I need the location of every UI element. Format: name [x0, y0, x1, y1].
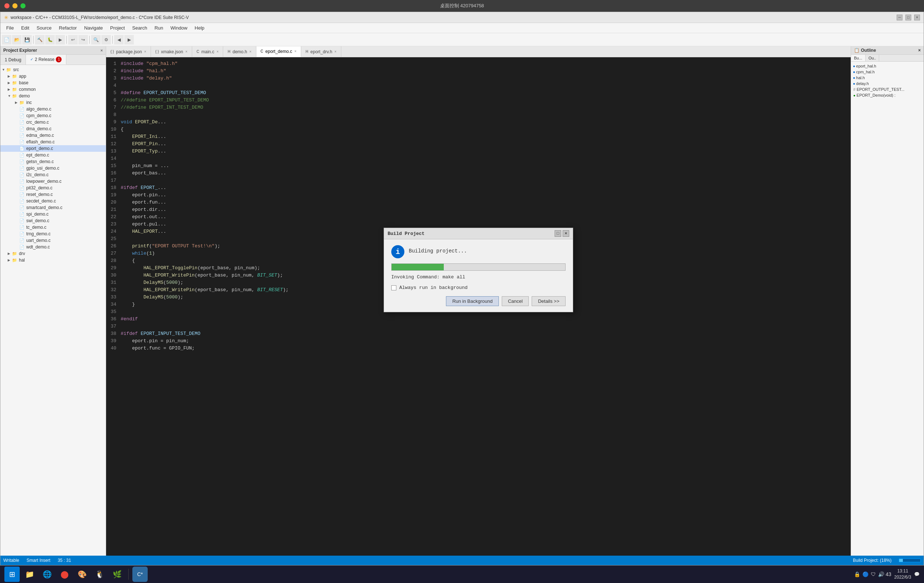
right-tree-delay[interactable]: ■ delay.h: [851, 81, 924, 86]
menu-file[interactable]: File: [3, 25, 17, 31]
menu-window[interactable]: Window: [168, 25, 190, 31]
cancel-button[interactable]: Cancel: [502, 296, 529, 306]
tree-ept-demo[interactable]: 📄 ept_demo.c: [0, 152, 106, 159]
tree-edma-demo[interactable]: 📄 edma_demo.c: [0, 132, 106, 139]
rp-tab-build[interactable]: Bu...: [851, 55, 866, 61]
ide-window-controls[interactable]: ─ □ ×: [897, 15, 920, 20]
tree-hal[interactable]: ▶ 📁 hal: [0, 257, 106, 263]
tree-uart-demo[interactable]: 📄 uart_demo.c: [0, 237, 106, 244]
dialog-title-controls[interactable]: □ ×: [554, 230, 569, 237]
tree-algo-demo[interactable]: 📄 algo_demo.c: [0, 106, 106, 112]
toolbar-next[interactable]: ▶: [124, 35, 134, 45]
tree-smartcard-demo[interactable]: 📄 smartcard_demo.c: [0, 204, 106, 211]
tab-demo-h[interactable]: H demo.h ×: [223, 46, 256, 57]
window-controls[interactable]: [4, 3, 26, 8]
toolbar-undo[interactable]: ↩: [68, 35, 78, 45]
toolbar-settings[interactable]: ⚙: [101, 35, 111, 45]
tree-swi-demo[interactable]: 📄 swi_demo.c: [0, 218, 106, 224]
tree-src[interactable]: ▼ 📁 src: [0, 66, 106, 73]
right-tree-macro[interactable]: # EPORT_OUTPUT_TEST...: [851, 86, 924, 92]
tab-eport-drv-h[interactable]: H eport_drv.h ×: [301, 46, 341, 57]
tree-spi-demo[interactable]: 📄 spi_demo.c: [0, 211, 106, 218]
tree-i2c-demo[interactable]: 📄 i2c_demo.c: [0, 172, 106, 178]
tree-inc[interactable]: ▶ 📁 inc: [0, 99, 106, 106]
toolbar-prev[interactable]: ◀: [114, 35, 124, 45]
right-panel-close[interactable]: ×: [918, 48, 921, 53]
build-project-dialog[interactable]: Build Project □ × i Building project...: [384, 228, 573, 312]
tab-close-icon[interactable]: ×: [249, 50, 252, 54]
right-tree-func[interactable]: ● EPORT_Demo(void) :: [851, 92, 924, 98]
tree-app[interactable]: ▶ 📁 app: [0, 73, 106, 79]
toolbar-debug[interactable]: 🐛: [45, 35, 55, 45]
menu-project[interactable]: Project: [107, 25, 128, 31]
tree-trng-demo[interactable]: 📄 trng_demo.c: [0, 231, 106, 237]
minimize-circle[interactable]: [12, 3, 18, 8]
taskbar-ide[interactable]: C*: [132, 566, 148, 582]
tab-close-icon[interactable]: ×: [144, 50, 146, 54]
toolbar-search[interactable]: 🔍: [91, 35, 101, 45]
dialog-always-bg-checkbox[interactable]: [391, 285, 396, 291]
tab-close-icon[interactable]: ×: [294, 49, 297, 53]
menu-refactor[interactable]: Refactor: [56, 25, 80, 31]
systray-volume[interactable]: 🔊 43: [878, 571, 891, 577]
notification-icon[interactable]: 💬: [914, 572, 920, 577]
tab-close-icon[interactable]: ×: [216, 50, 219, 54]
tree-wdt-demo[interactable]: 📄 wdt_demo.c: [0, 244, 106, 250]
tree-crc-demo[interactable]: 📄 crc_demo.c: [0, 119, 106, 126]
taskbar-file-explorer[interactable]: 📁: [22, 566, 37, 582]
taskbar-chrome[interactable]: ⬤: [57, 566, 72, 582]
tree-gpio-usi-demo[interactable]: 📄 gpio_usi_demo.c: [0, 165, 106, 172]
dialog-close-btn[interactable]: ×: [563, 230, 569, 237]
tree-cpm-demo[interactable]: 📄 cpm_demo.c: [0, 112, 106, 119]
toolbar-redo[interactable]: ↪: [78, 35, 88, 45]
menu-navigate[interactable]: Navigate: [81, 25, 106, 31]
tree-tc-demo[interactable]: 📄 tc_demo.c: [0, 224, 106, 231]
close-circle[interactable]: [4, 3, 10, 8]
toolbar-build[interactable]: 🔨: [35, 35, 45, 45]
ide-restore-btn[interactable]: □: [906, 15, 911, 20]
tree-common[interactable]: ▶ 📁 common: [0, 86, 106, 92]
tab-eport-demo-c[interactable]: C eport_demo.c ×: [256, 46, 301, 57]
taskbar-edge[interactable]: 🌐: [40, 566, 55, 582]
taskbar-app2[interactable]: 🐧: [92, 566, 107, 582]
dialog-minimize-btn[interactable]: □: [554, 230, 561, 237]
menu-help[interactable]: Help: [192, 25, 208, 31]
tree-base[interactable]: ▶ 📁 base: [0, 79, 106, 86]
run-in-background-button[interactable]: Run in Background: [446, 296, 499, 306]
menu-run[interactable]: Run: [152, 25, 166, 31]
start-button[interactable]: ⊞: [4, 566, 20, 582]
tab-main-c[interactable]: C main.c ×: [192, 46, 223, 57]
tree-getsn-demo[interactable]: 📄 getsn_demo.c: [0, 159, 106, 165]
ide-minimize-btn[interactable]: ─: [897, 15, 903, 20]
ide-close-btn[interactable]: ×: [914, 15, 920, 20]
tab-xmake-json[interactable]: { } xmake.json ×: [151, 46, 192, 57]
tree-dma-demo[interactable]: 📄 dma_demo.c: [0, 126, 106, 132]
right-tree-hal[interactable]: ■ hal.h: [851, 75, 924, 81]
tree-demo[interactable]: ▼ 📁 demo: [0, 92, 106, 99]
project-tree[interactable]: ▼ 📁 src ▶ 📁 app ▶ 📁 base: [0, 65, 106, 556]
build-tab-debug[interactable]: 1 Debug: [0, 55, 26, 64]
taskbar-app3[interactable]: 🌿: [109, 566, 125, 582]
toolbar-run[interactable]: ▶: [55, 35, 65, 45]
project-explorer-close[interactable]: ×: [101, 48, 103, 53]
tree-secdet-demo[interactable]: 📄 secdet_demo.c: [0, 198, 106, 204]
menu-edit[interactable]: Edit: [18, 25, 32, 31]
tree-eport-demo[interactable]: 📄 eport_demo.c: [0, 145, 106, 152]
tree-pit32-demo[interactable]: 📄 pit32_demo.c: [0, 185, 106, 191]
tree-lowpower-demo[interactable]: 📄 lowpower_demo.c: [0, 178, 106, 185]
tree-drv[interactable]: ▶ 📁 drv: [0, 250, 106, 257]
right-tree-cpm-hal[interactable]: ■ cpm_hal.h: [851, 69, 924, 75]
menu-search[interactable]: Search: [129, 25, 150, 31]
tree-eflash-demo[interactable]: 📄 eflash_demo.c: [0, 139, 106, 145]
code-editor[interactable]: 1 #include "cpm_hal.h" 2 #include "hal.h…: [106, 57, 851, 556]
toolbar-save[interactable]: 💾: [22, 35, 32, 45]
details-button[interactable]: Details >>: [532, 296, 566, 306]
taskbar-app1[interactable]: 🎨: [74, 566, 90, 582]
toolbar-open[interactable]: 📂: [12, 35, 21, 45]
menu-source[interactable]: Source: [33, 25, 54, 31]
toolbar-new[interactable]: 📄: [2, 35, 11, 45]
right-tree-eport-hal[interactable]: ■ eport_hal.h: [851, 63, 924, 69]
maximize-circle[interactable]: [20, 3, 26, 8]
build-tab-release[interactable]: ✓ 2 Release 1: [26, 55, 66, 64]
tab-close-icon[interactable]: ×: [185, 50, 187, 54]
